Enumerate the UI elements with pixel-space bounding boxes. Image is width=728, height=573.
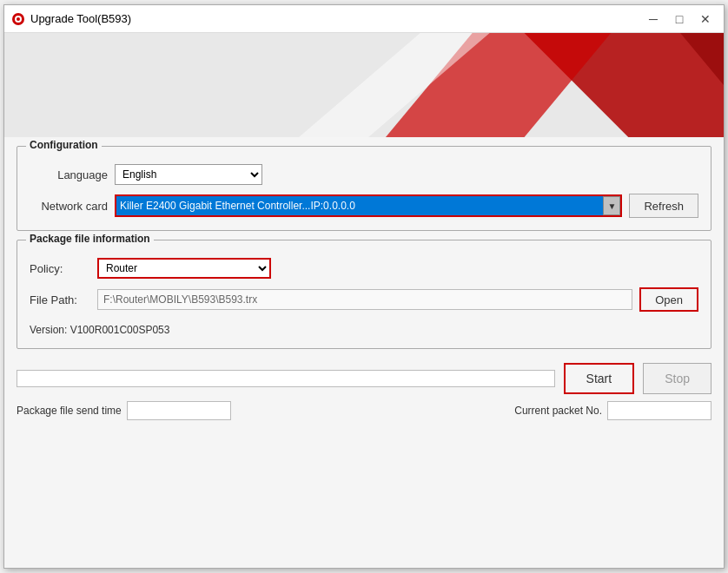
banner-graphic [4,33,724,137]
start-button[interactable]: Start [564,363,635,394]
filepath-row: File Path: Open [30,287,698,312]
network-label: Network card [30,200,108,213]
maximize-button[interactable]: □ [668,10,691,29]
title-bar-left: Upgrade Tool(B593) [11,12,131,26]
policy-label: Policy: [30,262,90,275]
main-window: Upgrade Tool(B593) ─ □ ✕ Configuration L… [3,4,725,569]
policy-select[interactable]: Router CPE Other [97,258,271,279]
network-wrapper: Killer E2400 Gigabit Ethernet Controller… [115,194,622,217]
version-text: Version: V100R001C00SP053 [30,324,169,336]
filepath-input[interactable] [97,289,632,310]
configuration-group: Configuration Language English Network c… [17,146,711,231]
package-title: Package file information [26,233,154,245]
send-time-value [127,401,231,420]
title-bar: Upgrade Tool(B593) ─ □ ✕ [4,5,724,33]
stop-button: Stop [643,363,711,394]
footer-row: Package file send time Current packet No… [17,401,711,420]
policy-row: Policy: Router CPE Other [30,258,698,279]
network-row: Network card Killer E2400 Gigabit Ethern… [30,194,698,218]
send-time-label: Package file send time [17,405,122,417]
packet-no-label: Current packet No. [514,405,602,417]
filepath-label: File Path: [30,293,90,306]
window-title: Upgrade Tool(B593) [30,12,131,25]
language-select[interactable]: English [115,164,262,185]
app-icon [11,12,25,26]
progress-bar [17,370,555,387]
title-controls: ─ □ ✕ [642,10,717,29]
packet-no-value [607,401,711,420]
refresh-button[interactable]: Refresh [629,194,698,218]
open-button[interactable]: Open [639,287,698,312]
version-row: Version: V100R001C00SP053 [30,317,698,336]
language-label: Language [30,168,108,181]
progress-section: Start Stop Package file send time Curren… [17,363,711,420]
close-button[interactable]: ✕ [694,10,717,29]
packet-no-pair: Current packet No. [514,401,711,420]
svg-point-2 [17,17,20,21]
language-row: Language English [30,164,698,185]
banner [4,33,724,137]
network-select[interactable]: Killer E2400 Gigabit Ethernet Controller… [115,194,622,217]
configuration-title: Configuration [26,139,102,151]
package-group: Package file information Policy: Router … [17,240,711,349]
minimize-button[interactable]: ─ [642,10,665,29]
progress-row: Start Stop [17,363,711,394]
main-content: Configuration Language English Network c… [4,137,724,568]
send-time-pair: Package file send time [17,401,231,420]
